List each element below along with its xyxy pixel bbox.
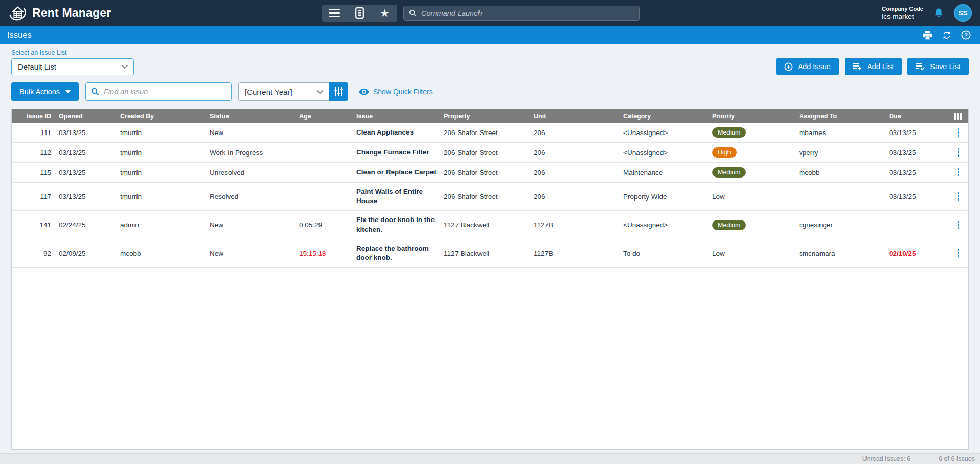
sliders-icon (334, 87, 343, 96)
refresh-icon[interactable] (942, 31, 951, 40)
row-menu-button[interactable] (943, 187, 968, 206)
column-chooser-button[interactable] (943, 113, 968, 120)
navbar-right: Company Code lcs-market SS (882, 4, 972, 22)
cell-issue: Fix the door knob in the kitchen. (353, 211, 441, 238)
cell-due: 03/13/25 (886, 188, 943, 205)
cell-property: 1127 Blackwell (441, 245, 531, 262)
cell-issue: Change Furnace Filter (353, 143, 441, 162)
user-avatar[interactable]: SS (954, 4, 972, 22)
add-list-button[interactable]: Add List (845, 58, 902, 75)
save-list-button[interactable]: Save List (907, 58, 969, 75)
cell-category: <Unassigned> (620, 216, 709, 233)
cell-priority: Medium (709, 123, 796, 142)
reports-button[interactable] (347, 5, 372, 22)
cell-age: 0:05:29 (296, 216, 353, 233)
row-menu-button[interactable] (943, 244, 968, 263)
unread-issues-count: Unread Issues: 6 (862, 455, 911, 462)
status-bar: Unread Issues: 6 6 of 6 Issues (0, 453, 980, 464)
cell-status: New (207, 124, 296, 141)
menu-button[interactable] (322, 5, 347, 22)
report-list-icon (355, 7, 364, 19)
title-bar-actions: ? (923, 30, 973, 40)
column-header-issue[interactable]: Issue (353, 113, 441, 120)
kebab-menu-icon (956, 127, 961, 138)
search-icon (409, 9, 417, 17)
cell-created-by: admin (117, 216, 207, 233)
print-icon[interactable] (923, 31, 932, 40)
kebab-menu-icon (956, 248, 961, 258)
columns-icon (954, 113, 962, 120)
cell-category: <Unassigned> (620, 124, 709, 141)
cell-category: To do (620, 245, 709, 262)
table-row[interactable]: 11103/13/25tmurrinNewClean Appliances206… (12, 123, 968, 143)
notifications-bell-icon[interactable] (933, 8, 944, 19)
priority-badge: Medium (712, 127, 746, 138)
help-icon[interactable]: ? (961, 30, 971, 40)
cell-created-by: mcobb (117, 245, 207, 262)
show-quick-filters-link[interactable]: Show Quick Filters (359, 87, 433, 96)
column-header-category[interactable]: Category (620, 113, 709, 120)
cell-id: 111 (12, 124, 56, 141)
list-plus-icon (853, 62, 862, 71)
table-row[interactable]: 11203/13/25tmurrinWork In ProgressChange… (12, 143, 968, 163)
kebab-menu-icon (956, 147, 961, 158)
kebab-menu-icon (956, 167, 961, 178)
cell-opened: 02/09/25 (56, 245, 117, 262)
cell-issue: Replace the bathroom door knob. (353, 239, 441, 267)
issue-list-select[interactable]: Default List (11, 58, 134, 75)
row-menu-button[interactable] (943, 123, 968, 142)
table-row[interactable]: 9202/09/25mcobbNew15:15:18Replace the ba… (12, 239, 968, 268)
table-row[interactable]: 14102/24/25adminNew0:05:29Fix the door k… (12, 211, 968, 239)
column-header-created-by[interactable]: Created By (117, 113, 207, 120)
cell-assigned-to: vperry (796, 144, 886, 161)
table-row[interactable]: 11503/13/25tmurrinUnresolvedClean or Rep… (12, 163, 968, 183)
brand-name: Rent Manager (32, 6, 111, 20)
column-header-opened[interactable]: Opened (56, 113, 117, 120)
table-row[interactable]: 11703/13/25tmurrinResolvedPaint Walls of… (12, 183, 968, 211)
find-issue-input[interactable] (104, 87, 226, 96)
kebab-menu-icon (956, 220, 961, 230)
row-menu-button[interactable] (943, 163, 968, 182)
rent-manager-logo[interactable]: Rent Manager (8, 4, 111, 23)
command-launch-input[interactable] (421, 9, 634, 17)
cell-status: New (207, 216, 296, 233)
cell-category: Maintenance (620, 164, 709, 181)
column-header-assigned-to[interactable]: Assigned To (796, 113, 886, 120)
cell-due: 02/10/25 (886, 245, 943, 262)
row-menu-button[interactable] (943, 215, 968, 235)
column-header-unit[interactable]: Unit (531, 113, 620, 120)
add-issue-button[interactable]: Add Issue (776, 58, 839, 75)
column-header-due[interactable]: Due (886, 113, 943, 120)
company-code-block: Company Code lcs-market (882, 5, 923, 21)
cell-priority: Low (709, 245, 796, 262)
cell-assigned-to: cgriesinger (796, 216, 886, 233)
year-filter-select[interactable]: [Current Year] (238, 82, 329, 101)
list-action-buttons: Add Issue Add List Save (776, 58, 969, 75)
cell-assigned-to: smcnamara (796, 245, 886, 262)
column-header-property[interactable]: Property (441, 113, 531, 120)
cell-opened: 02/24/25 (56, 216, 117, 233)
cell-opened: 03/13/25 (56, 188, 117, 205)
issues-table: Issue IDOpenedCreated ByStatusAgeIssuePr… (11, 109, 969, 450)
bulk-actions-button[interactable]: Bulk Actions (11, 82, 79, 101)
cell-priority: Medium (709, 215, 796, 235)
table-body: 11103/13/25tmurrinNewClean Appliances206… (12, 123, 968, 268)
cell-age (296, 128, 353, 137)
cell-assigned-to: mcobb (796, 164, 886, 181)
filter-settings-button[interactable] (329, 82, 348, 101)
cell-property: 206 Shafor Street (441, 188, 531, 205)
row-menu-button[interactable] (943, 143, 968, 162)
cell-unit: 206 (531, 144, 620, 161)
column-header-priority[interactable]: Priority (709, 113, 796, 120)
cell-age (296, 148, 353, 157)
cell-priority: High (709, 143, 796, 162)
favorites-button[interactable]: ★ (372, 5, 397, 22)
chevron-down-icon (121, 64, 128, 69)
cell-id: 141 (12, 216, 56, 233)
column-header-age[interactable]: Age (296, 113, 353, 120)
cell-id: 112 (12, 144, 56, 161)
column-header-issue-id[interactable]: Issue ID (12, 113, 56, 120)
cell-unit: 206 (531, 164, 620, 181)
kebab-menu-icon (956, 191, 961, 202)
column-header-status[interactable]: Status (207, 113, 296, 120)
